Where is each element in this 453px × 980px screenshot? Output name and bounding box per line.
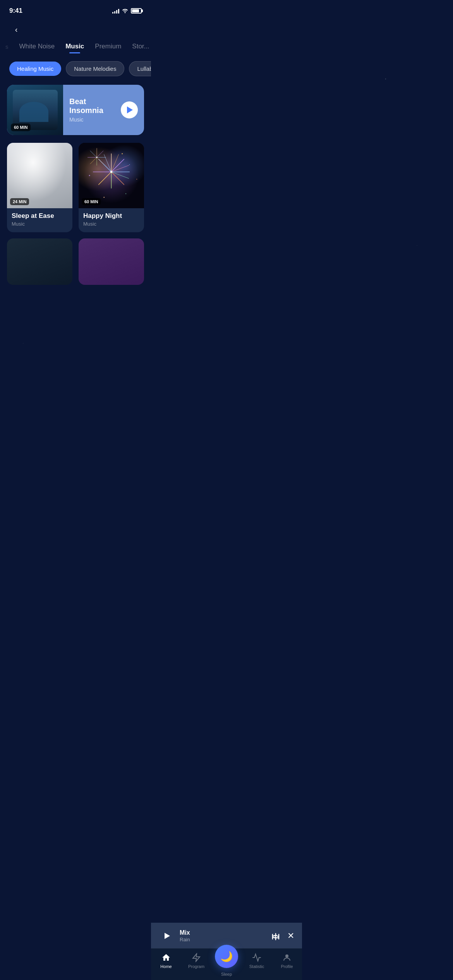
svg-line-10: [112, 165, 129, 172]
svg-line-19: [90, 158, 97, 164]
sub-category-chips: Healing Music Nature Melodies Lullaby Bi…: [0, 61, 151, 76]
card-duration-happy-night: 60 MIN: [82, 198, 101, 205]
featured-card-beat-insomnia[interactable]: 60 MIN Beat Insomnia Music: [7, 85, 144, 135]
card-subtitle-sleep-at-ease: Music: [12, 221, 68, 227]
chip-nature-melodies[interactable]: Nature Melodies: [66, 61, 124, 76]
signal-bar-4: [118, 9, 119, 14]
partial-card-right[interactable]: [79, 238, 144, 285]
chip-healing-music[interactable]: Healing Music: [9, 62, 61, 76]
card-title-sleep-at-ease: Sleep at Ease: [12, 212, 68, 220]
header: ‹: [0, 19, 151, 43]
category-tabs: s White Noise Music Premium Stor...: [0, 43, 151, 53]
svg-point-27: [125, 194, 126, 194]
svg-point-12: [110, 171, 113, 173]
tab-stories[interactable]: Stor...: [132, 43, 149, 53]
card-duration-sleep-at-ease: 24 MIN: [10, 198, 29, 205]
battery-icon: [131, 8, 142, 14]
tab-music[interactable]: Music: [65, 43, 84, 53]
card-info-happy-night: Happy Night Music: [79, 208, 144, 232]
featured-card-subtitle: Music: [69, 117, 115, 123]
svg-point-25: [136, 179, 137, 180]
back-button[interactable]: ‹: [9, 22, 23, 36]
music-cards-grid: 24 MIN Sleep at Ease Music: [7, 143, 144, 232]
signal-bar-1: [112, 12, 113, 14]
partial-cards-row: [7, 238, 144, 285]
status-bar: 9:41: [0, 0, 151, 19]
featured-play-button[interactable]: [121, 101, 138, 118]
svg-point-24: [89, 175, 90, 176]
svg-line-17: [90, 151, 97, 158]
svg-line-16: [97, 158, 103, 164]
signal-bar-3: [116, 10, 117, 14]
tab-partial[interactable]: s: [5, 43, 9, 53]
svg-point-23: [129, 164, 130, 165]
card-info-sleep-at-ease: Sleep at Ease Music: [7, 208, 72, 232]
featured-image: 60 MIN: [7, 85, 63, 135]
svg-line-9: [104, 154, 112, 172]
card-subtitle-happy-night: Music: [83, 221, 139, 227]
svg-line-8: [112, 154, 119, 172]
status-icons: [112, 8, 142, 14]
svg-line-5: [99, 172, 112, 185]
svg-line-3: [112, 172, 124, 185]
svg-point-22: [122, 153, 123, 154]
back-chevron-icon: ‹: [15, 25, 18, 34]
card-happy-night[interactable]: 60 MIN Happy Night Music: [79, 143, 144, 232]
play-arrow-icon: [127, 106, 133, 113]
partial-card-left[interactable]: [7, 238, 72, 285]
featured-duration-badge: 60 MIN: [11, 123, 31, 131]
svg-line-11: [112, 172, 129, 178]
card-image-happy-night: 60 MIN: [79, 143, 144, 208]
featured-card-info: Beat Insomnia Music: [63, 89, 121, 130]
tab-premium[interactable]: Premium: [95, 43, 121, 53]
svg-point-21: [96, 157, 98, 158]
wifi-icon: [122, 8, 129, 14]
content-area: 60 MIN Beat Insomnia Music 24 MIN: [0, 85, 151, 347]
signal-bar-2: [114, 11, 115, 14]
tab-white-noise[interactable]: White Noise: [19, 43, 55, 53]
svg-line-14: [97, 151, 103, 158]
card-image-sleep-at-ease: 24 MIN: [7, 143, 72, 208]
svg-point-26: [103, 197, 105, 198]
card-sleep-at-ease[interactable]: 24 MIN Sleep at Ease Music: [7, 143, 72, 232]
card-title-happy-night: Happy Night: [83, 212, 139, 220]
status-time: 9:41: [9, 7, 22, 15]
chip-lullaby[interactable]: Lullaby: [129, 61, 151, 76]
signal-bars: [112, 8, 119, 14]
featured-card-title: Beat Insomnia: [69, 97, 115, 115]
svg-line-1: [112, 159, 124, 172]
